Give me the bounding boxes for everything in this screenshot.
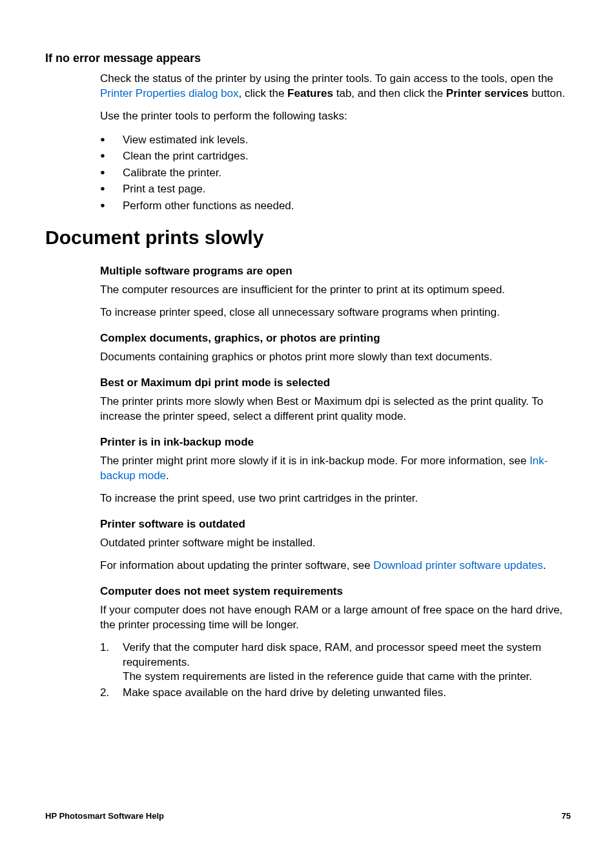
text-fragment: tab, and then click the bbox=[333, 87, 446, 99]
paragraph: To increase the print speed, use two pri… bbox=[100, 491, 571, 506]
paragraph-status-tools: Check the status of the printer by using… bbox=[100, 72, 571, 101]
bold-printer-services: Printer services bbox=[446, 87, 529, 99]
link-download-updates[interactable]: Download printer software updates bbox=[373, 559, 543, 571]
step-text: Verify that the computer hard disk space… bbox=[123, 641, 541, 668]
number-marker: 2. bbox=[100, 686, 109, 701]
number-marker: 1. bbox=[100, 641, 109, 655]
section-no-error-message: If no error message appears Check the st… bbox=[45, 52, 571, 214]
subheading: Best or Maximum dpi print mode is select… bbox=[100, 376, 571, 389]
list-item: Calibrate the printer. bbox=[100, 165, 571, 181]
subsection-max-dpi: Best or Maximum dpi print mode is select… bbox=[100, 376, 571, 424]
text-fragment: . bbox=[543, 559, 546, 571]
page-number: 75 bbox=[562, 811, 571, 821]
paragraph: To increase printer speed, close all unn… bbox=[100, 305, 571, 320]
page-footer: HP Photosmart Software Help 75 bbox=[45, 811, 571, 821]
bold-features: Features bbox=[287, 87, 333, 99]
subsection-system-requirements: Computer does not meet system requiremen… bbox=[100, 585, 571, 633]
list-item: 2. Make space available on the hard driv… bbox=[100, 686, 571, 701]
list-item: Print a test page. bbox=[100, 181, 571, 198]
footer-title: HP Photosmart Software Help bbox=[45, 811, 164, 821]
section-prints-slowly: Document prints slowly Multiple software… bbox=[45, 227, 571, 701]
text-fragment: Check the status of the printer by using… bbox=[100, 72, 553, 85]
subsection-multiple-programs: Multiple software programs are open The … bbox=[100, 265, 571, 320]
list-tasks: View estimated ink levels. Clean the pri… bbox=[100, 132, 571, 214]
subsection-ink-backup: Printer is in ink-backup mode The printe… bbox=[100, 436, 571, 506]
subsection-complex-docs: Complex documents, graphics, or photos a… bbox=[100, 332, 571, 365]
subheading: Printer is in ink-backup mode bbox=[100, 436, 571, 449]
subheading: Multiple software programs are open bbox=[100, 265, 571, 278]
subheading: Printer software is outdated bbox=[100, 518, 571, 531]
text-fragment: button. bbox=[528, 87, 565, 99]
text-fragment: . bbox=[166, 469, 169, 482]
text-fragment: For information about updating the print… bbox=[100, 559, 373, 571]
text-fragment: , click the bbox=[239, 87, 288, 99]
text-fragment: The printer might print more slowly if i… bbox=[100, 455, 529, 467]
list-item: View estimated ink levels. bbox=[100, 132, 571, 149]
paragraph: If your computer does not have enough RA… bbox=[100, 603, 571, 633]
subheading: Computer does not meet system requiremen… bbox=[100, 585, 571, 598]
heading-prints-slowly: Document prints slowly bbox=[45, 227, 571, 249]
subheading: Complex documents, graphics, or photos a… bbox=[100, 332, 571, 345]
list-item: Perform other functions as needed. bbox=[100, 198, 571, 214]
list-item: 1. Verify that the computer hard disk sp… bbox=[100, 641, 571, 685]
paragraph-tools-tasks: Use the printer tools to perform the fol… bbox=[100, 109, 571, 124]
step-text: Make space available on the hard drive b… bbox=[123, 686, 446, 699]
list-steps: 1. Verify that the computer hard disk sp… bbox=[100, 641, 571, 701]
paragraph: Outdated printer software might be insta… bbox=[100, 536, 571, 551]
subsection-outdated-software: Printer software is outdated Outdated pr… bbox=[100, 518, 571, 573]
paragraph: The printer might print more slowly if i… bbox=[100, 454, 571, 484]
paragraph: The computer resources are insufficient … bbox=[100, 283, 571, 298]
heading-no-error: If no error message appears bbox=[45, 52, 571, 65]
list-item: Clean the print cartridges. bbox=[100, 148, 571, 165]
paragraph: For information about updating the print… bbox=[100, 559, 571, 573]
step-text: The system requirements are listed in th… bbox=[123, 670, 532, 683]
paragraph: The printer prints more slowly when Best… bbox=[100, 395, 571, 424]
paragraph: Documents containing graphics or photos … bbox=[100, 350, 571, 365]
link-printer-properties[interactable]: Printer Properties dialog box bbox=[100, 87, 239, 99]
